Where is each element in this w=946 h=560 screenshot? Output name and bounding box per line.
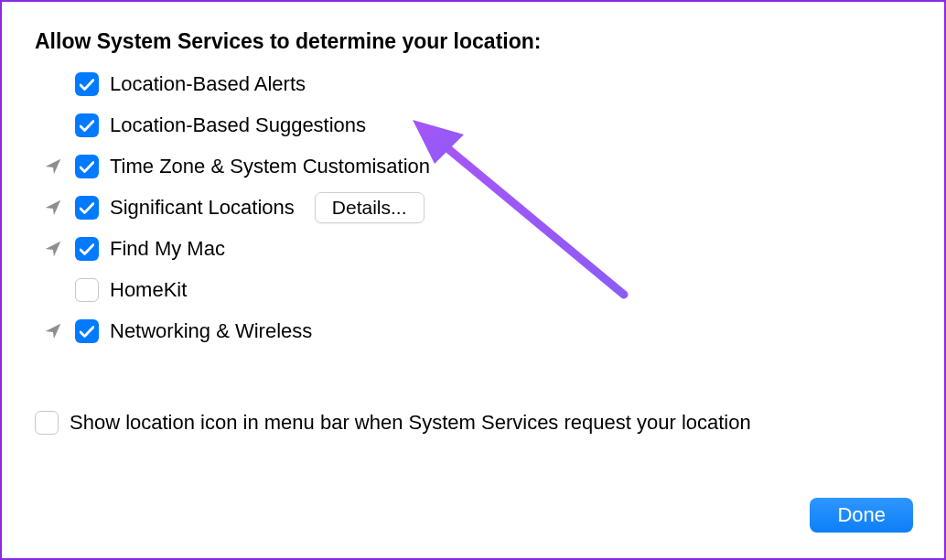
item-label: Location-Based Alerts [110, 72, 306, 96]
location-arrow-icon [42, 156, 64, 178]
checkmark-icon [80, 161, 94, 173]
list-item: Location-Based Alerts [42, 70, 911, 98]
checkbox-location-based-alerts[interactable] [75, 72, 99, 96]
item-label: Location-Based Suggestions [110, 113, 366, 137]
checkbox-find-my-mac[interactable] [75, 237, 99, 261]
item-label: Significant Locations [110, 196, 295, 220]
list-item: Find My Mac [42, 235, 911, 263]
item-label: Networking & Wireless [110, 319, 312, 343]
location-arrow-slot [42, 73, 64, 95]
location-arrow-slot [42, 114, 64, 136]
location-arrow-icon [42, 238, 64, 260]
list-item: Location-Based Suggestions [42, 112, 911, 139]
checkmark-icon [80, 120, 94, 132]
checkmark-icon [80, 79, 94, 91]
checkbox-location-based-suggestions[interactable] [75, 113, 99, 137]
item-label: Time Zone & System Customisation [110, 155, 430, 178]
page-heading: Allow System Services to determine your … [35, 29, 911, 54]
checkbox-networking-wireless[interactable] [75, 319, 99, 343]
list-item: Time Zone & System Customisation [42, 153, 911, 180]
checkmark-icon [80, 243, 94, 255]
checkbox-homekit[interactable] [75, 278, 99, 302]
details-button[interactable]: Details... [315, 192, 425, 223]
location-arrow-slot [42, 279, 64, 301]
checkmark-icon [80, 202, 94, 214]
item-label: HomeKit [110, 278, 187, 302]
show-location-row: Show location icon in menu bar when Syst… [35, 411, 911, 435]
checkbox-significant-locations[interactable] [75, 196, 99, 220]
checkbox-show-location-icon[interactable] [35, 411, 59, 435]
item-label: Find My Mac [110, 237, 225, 261]
list-item: HomeKit [42, 276, 911, 304]
services-list: Location-Based Alerts Location-Based Sug… [42, 70, 911, 345]
checkmark-icon [80, 326, 94, 338]
done-button[interactable]: Done [810, 498, 913, 533]
location-arrow-icon [42, 197, 64, 219]
checkbox-time-zone[interactable] [75, 155, 99, 178]
list-item: Networking & Wireless [42, 318, 911, 345]
show-location-label: Show location icon in menu bar when Syst… [70, 411, 751, 435]
list-item: Significant Locations Details... [42, 194, 911, 221]
location-arrow-icon [42, 320, 64, 342]
